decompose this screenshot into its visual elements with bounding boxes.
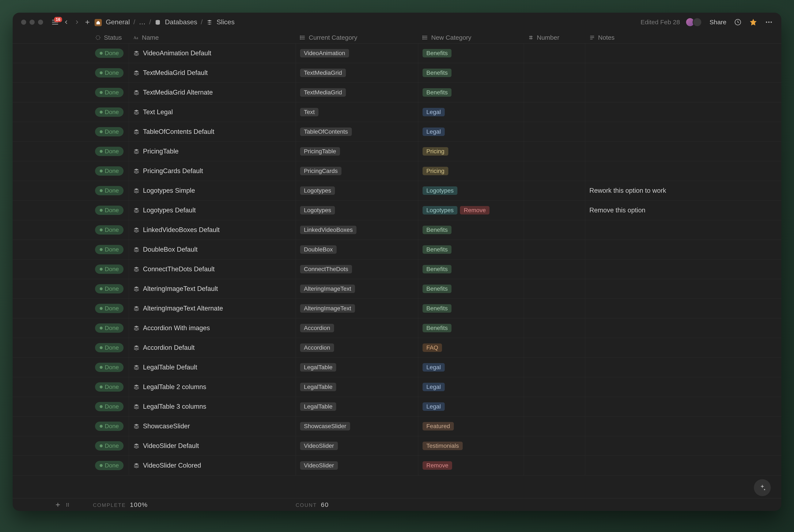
table-row[interactable]: DoneAccordion DefaultAccordionFAQ bbox=[13, 338, 781, 358]
new-tab[interactable] bbox=[84, 19, 91, 25]
header-notes[interactable]: Notes bbox=[585, 34, 781, 41]
status-pill[interactable]: Done bbox=[95, 127, 124, 136]
new-category-tag[interactable]: Legal bbox=[422, 402, 445, 411]
current-category-tag[interactable]: DoubleBox bbox=[300, 245, 337, 254]
table-row[interactable]: DoneVideoAnimation DefaultVideoAnimation… bbox=[13, 43, 781, 63]
header-name[interactable]: Aa Name bbox=[129, 34, 296, 41]
new-category-tag[interactable]: Benefits bbox=[422, 265, 452, 273]
table-row[interactable]: DoneAlteringImageText DefaultAlteringIma… bbox=[13, 279, 781, 299]
table-row[interactable]: DoneShowcaseSliderShowcaseSliderFeatured bbox=[13, 417, 781, 436]
crumb-general[interactable]: General bbox=[106, 18, 130, 26]
current-category-tag[interactable]: TextMediaGrid bbox=[300, 69, 346, 77]
table-row[interactable]: DoneTextMediaGrid DefaultTextMediaGridBe… bbox=[13, 63, 781, 83]
status-pill[interactable]: Done bbox=[95, 147, 124, 156]
status-pill[interactable]: Done bbox=[95, 245, 124, 254]
new-category-tag[interactable]: Benefits bbox=[422, 245, 452, 254]
status-pill[interactable]: Done bbox=[95, 88, 124, 97]
current-category-tag[interactable]: ConnectTheDots bbox=[300, 265, 352, 273]
table-row[interactable]: DoneText LegalTextLegal bbox=[13, 102, 781, 122]
status-pill[interactable]: Done bbox=[95, 422, 124, 431]
more-icon[interactable] bbox=[765, 18, 773, 26]
close-dot[interactable] bbox=[21, 20, 26, 25]
max-dot[interactable] bbox=[38, 20, 43, 25]
new-category-tag[interactable]: Logotypes bbox=[422, 206, 457, 214]
updates-icon[interactable] bbox=[734, 18, 742, 26]
home-icon[interactable] bbox=[95, 19, 102, 26]
window-controls[interactable] bbox=[21, 20, 43, 25]
table-row[interactable]: DoneVideoSlider ColoredVideoSliderRemove bbox=[13, 456, 781, 475]
drag-handle-icon[interactable] bbox=[65, 502, 70, 507]
current-category-tag[interactable]: PricingTable bbox=[300, 147, 340, 156]
new-category-tag[interactable]: Legal bbox=[422, 363, 445, 372]
current-category-tag[interactable]: Logotypes bbox=[300, 206, 335, 214]
current-category-tag[interactable]: LinkedVideoBoxes bbox=[300, 226, 357, 234]
new-category-tag[interactable]: Benefits bbox=[422, 324, 452, 332]
new-category-tag[interactable]: Benefits bbox=[422, 226, 452, 234]
table-row[interactable]: DoneDoubleBox DefaultDoubleBoxBenefits bbox=[13, 240, 781, 260]
share-button[interactable]: Share bbox=[710, 19, 726, 26]
current-category-tag[interactable]: TextMediaGrid bbox=[300, 88, 346, 97]
table-row[interactable]: DoneLegalTable 3 columnsLegalTableLegal bbox=[13, 397, 781, 417]
status-pill[interactable]: Done bbox=[95, 304, 124, 313]
status-pill[interactable]: Done bbox=[95, 402, 124, 411]
table-row[interactable]: DoneAccordion With imagesAccordionBenefi… bbox=[13, 318, 781, 338]
new-category-tag[interactable]: Legal bbox=[422, 108, 445, 116]
current-category-tag[interactable]: VideoSlider bbox=[300, 461, 338, 470]
status-pill[interactable]: Done bbox=[95, 382, 124, 392]
current-category-tag[interactable]: LegalTable bbox=[300, 363, 336, 372]
new-category-tag[interactable]: Featured bbox=[422, 422, 454, 431]
new-category-tag[interactable]: Benefits bbox=[422, 285, 452, 293]
header-number[interactable]: Number bbox=[524, 34, 585, 41]
presence-avatars[interactable] bbox=[687, 18, 702, 27]
table-row[interactable]: DoneLegalTable DefaultLegalTableLegal bbox=[13, 358, 781, 377]
current-category-tag[interactable]: Accordion bbox=[300, 343, 334, 352]
add-row-button[interactable] bbox=[55, 502, 61, 508]
table-row[interactable]: DonePricingCards DefaultPricingCardsPric… bbox=[13, 161, 781, 181]
current-category-tag[interactable]: VideoSlider bbox=[300, 442, 338, 450]
table-row[interactable]: DoneLogotypes DefaultLogotypesLogotypesR… bbox=[13, 201, 781, 220]
current-category-tag[interactable]: ShowcaseSlider bbox=[300, 422, 350, 431]
table-row[interactable]: DoneTableOfContents DefaultTableOfConten… bbox=[13, 122, 781, 142]
favorite-icon[interactable] bbox=[749, 18, 757, 26]
table-row[interactable]: DonePricingTablePricingTablePricing bbox=[13, 142, 781, 161]
current-category-tag[interactable]: LegalTable bbox=[300, 402, 336, 411]
new-category-tag[interactable]: Legal bbox=[422, 128, 445, 136]
new-category-tag[interactable]: Legal bbox=[422, 383, 445, 391]
status-pill[interactable]: Done bbox=[95, 363, 124, 372]
new-category-tag[interactable]: FAQ bbox=[422, 343, 442, 352]
status-pill[interactable]: Done bbox=[95, 284, 124, 293]
new-category-tag[interactable]: Pricing bbox=[422, 147, 448, 156]
status-pill[interactable]: Done bbox=[95, 343, 124, 352]
status-pill[interactable]: Done bbox=[95, 49, 124, 58]
status-pill[interactable]: Done bbox=[95, 108, 124, 117]
crumb-slices[interactable]: Slices bbox=[217, 18, 234, 26]
status-pill[interactable]: Done bbox=[95, 166, 124, 176]
table-row[interactable]: DoneLegalTable 2 columnsLegalTableLegal bbox=[13, 377, 781, 397]
status-pill[interactable]: Done bbox=[95, 206, 124, 215]
header-status[interactable]: Status bbox=[13, 34, 129, 41]
status-pill[interactable]: Done bbox=[95, 186, 124, 195]
status-pill[interactable]: Done bbox=[95, 441, 124, 451]
new-category-tag[interactable]: Remove bbox=[422, 461, 452, 470]
table-row[interactable]: DoneLogotypes SimpleLogotypesLogotypesRe… bbox=[13, 181, 781, 201]
nav-forward[interactable] bbox=[74, 19, 80, 25]
status-pill[interactable]: Done bbox=[95, 68, 124, 77]
nav-back[interactable] bbox=[63, 19, 70, 25]
current-category-tag[interactable]: Text bbox=[300, 108, 318, 116]
status-pill[interactable]: Done bbox=[95, 225, 124, 234]
new-category-tag[interactable]: Benefits bbox=[422, 304, 452, 313]
crumb-databases[interactable]: Databases bbox=[165, 18, 197, 26]
table-row[interactable]: DoneConnectTheDots DefaultConnectTheDots… bbox=[13, 260, 781, 279]
new-category-tag[interactable]: Benefits bbox=[422, 88, 452, 97]
new-category-tag[interactable]: Testimonials bbox=[422, 442, 463, 450]
new-category-tag[interactable]: Logotypes bbox=[422, 186, 457, 195]
current-category-tag[interactable]: AlteringImageText bbox=[300, 285, 355, 293]
table-row[interactable]: DoneLinkedVideoBoxes DefaultLinkedVideoB… bbox=[13, 220, 781, 240]
new-category-tag[interactable]: Remove bbox=[460, 206, 490, 214]
crumb-ellipsis[interactable]: … bbox=[139, 18, 146, 26]
current-category-tag[interactable]: LegalTable bbox=[300, 383, 336, 391]
ai-fab[interactable] bbox=[754, 479, 771, 496]
sidebar-toggle[interactable]: 16 bbox=[51, 18, 59, 26]
status-pill[interactable]: Done bbox=[95, 323, 124, 333]
status-pill[interactable]: Done bbox=[95, 265, 124, 274]
